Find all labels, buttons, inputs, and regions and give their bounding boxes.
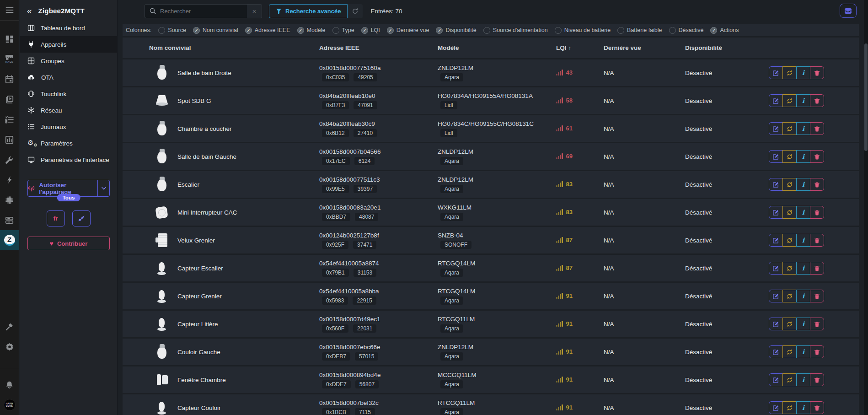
- rename-device-button[interactable]: [769, 94, 783, 107]
- column-toggle-lqi[interactable]: LQI: [361, 27, 380, 34]
- reconfigure-device-button[interactable]: [782, 345, 797, 358]
- column-toggle-disponibilite[interactable]: Disponibilité: [436, 27, 476, 34]
- rename-device-button[interactable]: [769, 234, 783, 247]
- device-name-link[interactable]: Capteur Escalier: [177, 265, 223, 272]
- model-link[interactable]: RTCGQ14LM: [438, 260, 556, 267]
- model-link[interactable]: HG07834C/HG09155C/HG08131C: [438, 120, 556, 127]
- rename-device-button[interactable]: [769, 345, 783, 358]
- reconfigure-device-button[interactable]: [782, 122, 797, 135]
- device-info-button[interactable]: i: [796, 206, 810, 219]
- header-modele[interactable]: Modèle: [438, 44, 556, 51]
- device-info-button[interactable]: i: [796, 150, 810, 163]
- model-link[interactable]: SNZB-04: [438, 232, 556, 239]
- sidebar-item-touchlink[interactable]: Touchlink: [20, 86, 117, 102]
- rename-device-button[interactable]: [769, 373, 783, 386]
- device-name-link[interactable]: Salle de bain Droite: [177, 70, 231, 76]
- locale-button[interactable]: fr: [47, 210, 65, 226]
- column-toggle-type[interactable]: Type: [332, 27, 354, 34]
- todo-list-icon[interactable]: [0, 109, 19, 129]
- device-info-button[interactable]: i: [796, 345, 810, 358]
- device-name-link[interactable]: Escalier: [177, 181, 199, 188]
- reconfigure-device-button[interactable]: [782, 373, 797, 386]
- model-link[interactable]: RTCGQ14LM: [438, 288, 556, 295]
- device-info-button[interactable]: i: [796, 178, 810, 191]
- search-input[interactable]: [160, 8, 242, 15]
- vertical-scrollbar[interactable]: [864, 0, 868, 415]
- rename-device-button[interactable]: [769, 290, 783, 302]
- sidebar-item-parametres-interface[interactable]: Paramètres de l'interface: [20, 151, 117, 168]
- menu-icon[interactable]: [0, 0, 19, 20]
- user-avatar[interactable]: HARD CORE: [0, 395, 19, 415]
- device-name-link[interactable]: Mini Interrupteur CAC: [177, 209, 237, 216]
- lightning-bolt-icon[interactable]: [0, 170, 19, 190]
- model-link[interactable]: WXKG11LM: [438, 204, 556, 211]
- remove-device-button[interactable]: [810, 318, 824, 330]
- rename-device-button[interactable]: [769, 318, 783, 330]
- column-toggle-adresse-ieee[interactable]: Adresse IEEE: [245, 27, 290, 34]
- ha-sidebar-item-zigbee2mqtt[interactable]: Z: [0, 230, 19, 250]
- device-info-button[interactable]: i: [796, 401, 810, 414]
- device-name-link[interactable]: Capteur Couloir: [177, 404, 221, 411]
- model-link[interactable]: RTCGQ11LM: [438, 316, 556, 323]
- device-info-button[interactable]: i: [796, 262, 810, 275]
- column-toggle-batterie-faible[interactable]: Batterie faible: [617, 27, 662, 34]
- reconfigure-device-button[interactable]: [782, 150, 797, 163]
- rename-device-button[interactable]: [769, 66, 783, 79]
- model-link[interactable]: ZNLDP12LM: [438, 176, 556, 183]
- pip-toggle-button[interactable]: [840, 4, 857, 18]
- rename-device-button[interactable]: [769, 178, 783, 191]
- column-toggle-nom-convivial[interactable]: Nom convivial: [193, 27, 238, 34]
- sidebar-item-tableau-de-bord[interactable]: Tableau de bord: [20, 20, 117, 36]
- device-info-button[interactable]: i: [796, 234, 810, 247]
- column-toggle-niveau-de-batterie[interactable]: Niveau de batterie: [555, 27, 611, 34]
- reconfigure-device-button[interactable]: [782, 262, 797, 275]
- media-icon[interactable]: [0, 89, 19, 109]
- developer-tools-hammer-icon[interactable]: [0, 317, 19, 337]
- theme-button[interactable]: [72, 210, 91, 226]
- sidebar-item-journaux[interactable]: Journaux: [20, 119, 117, 135]
- remove-device-button[interactable]: [810, 66, 824, 79]
- reconfigure-device-button[interactable]: [782, 401, 797, 414]
- reconfigure-device-button[interactable]: [782, 318, 797, 330]
- remove-device-button[interactable]: [810, 290, 824, 302]
- remove-device-button[interactable]: [810, 122, 824, 135]
- notifications-bell-icon[interactable]: [0, 375, 19, 395]
- model-link[interactable]: RTCGQ11LM: [438, 399, 556, 406]
- rename-device-button[interactable]: [769, 150, 783, 163]
- remove-device-button[interactable]: [810, 373, 824, 386]
- header-lqi[interactable]: LQI↑: [556, 44, 604, 51]
- model-link[interactable]: ZNLDP12LM: [438, 148, 556, 155]
- wrench-icon[interactable]: [0, 150, 19, 170]
- column-toggle-modele[interactable]: Modèle: [297, 27, 326, 34]
- device-info-button[interactable]: i: [796, 94, 810, 107]
- column-toggle-source-d-alimentation[interactable]: Source d'alimentation: [483, 27, 548, 34]
- remove-device-button[interactable]: [810, 94, 824, 107]
- device-name-link[interactable]: Spot SDB G: [177, 97, 211, 104]
- reconfigure-device-button[interactable]: [782, 66, 797, 79]
- rename-device-button[interactable]: [769, 401, 783, 414]
- model-link[interactable]: ZNLDP12LM: [438, 344, 556, 350]
- device-info-button[interactable]: i: [796, 122, 810, 135]
- column-toggle-derniere-vue[interactable]: Dernière vue: [387, 27, 429, 34]
- collapse-sidebar-icon[interactable]: «: [27, 6, 32, 15]
- device-info-button[interactable]: i: [796, 373, 810, 386]
- remove-device-button[interactable]: [810, 150, 824, 163]
- reconfigure-device-button[interactable]: [782, 234, 797, 247]
- device-info-button[interactable]: i: [796, 290, 810, 302]
- rename-device-button[interactable]: [769, 262, 783, 275]
- model-link[interactable]: HG07834A/HG09155A/HG08131A: [438, 92, 556, 99]
- device-name-link[interactable]: Capteur Grenier: [177, 293, 222, 300]
- device-name-link[interactable]: Salle de bain Gauche: [177, 153, 236, 160]
- device-name-link[interactable]: Capteur Litière: [177, 321, 218, 328]
- sidebar-item-appareils[interactable]: Appareils: [20, 36, 117, 53]
- reconfigure-device-button[interactable]: [782, 290, 797, 302]
- remove-device-button[interactable]: [810, 262, 824, 275]
- remove-device-button[interactable]: [810, 401, 824, 414]
- device-info-button[interactable]: i: [796, 66, 810, 79]
- remove-device-button[interactable]: [810, 206, 824, 219]
- sidebar-item-groupes[interactable]: Groupes: [20, 53, 117, 69]
- column-toggle-desactive[interactable]: Désactivé: [669, 27, 704, 34]
- contribute-button[interactable]: ♥ Contribuer: [27, 237, 110, 250]
- remove-device-button[interactable]: [810, 345, 824, 358]
- reload-button[interactable]: [348, 4, 363, 18]
